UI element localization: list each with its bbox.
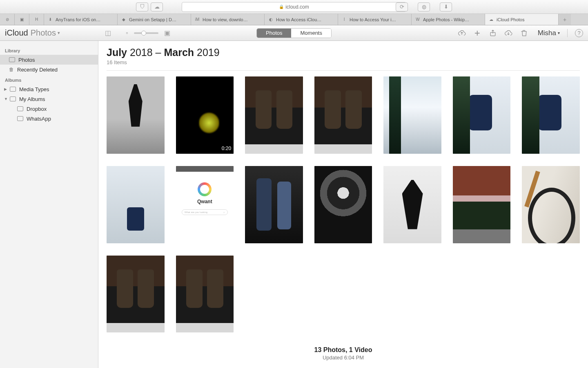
reader-button[interactable]: ◍ [418, 2, 430, 11]
cloud-button[interactable]: ☁ [151, 2, 163, 11]
favicon: l [341, 17, 347, 22]
photo-thumbnail[interactable] [314, 76, 372, 154]
photo-thumbnail[interactable] [107, 256, 165, 333]
browser-tab[interactable]: iMHow to view, downlo… [191, 14, 265, 25]
app-title[interactable]: iCloud Photos ▾ [5, 28, 60, 38]
zoom-slider[interactable] [134, 32, 158, 34]
favicon: iM [194, 17, 200, 22]
album-icon [17, 106, 23, 111]
album-icon [17, 116, 23, 121]
footer-updated: Updated 6:04 PM [107, 355, 580, 361]
sidebar-item-media-types[interactable]: ▶ Media Types [0, 84, 98, 94]
tab-label: AnyTrans for iOS on… [56, 17, 100, 22]
item-count: 16 Items [107, 59, 580, 65]
photo-thumbnail[interactable] [314, 166, 372, 243]
section-dropdown: Photos ▾ [31, 28, 60, 38]
browser-tab[interactable]: WApple Photos - Wikip… [412, 14, 485, 25]
chevron-down-icon: ▾ [558, 31, 560, 35]
favicon: ⬇ [47, 17, 53, 22]
view-segmented: Photos Moments [256, 28, 332, 38]
favicon: ⊘ [4, 17, 10, 22]
video-duration-badge: 0:20 [222, 146, 231, 151]
browser-tab[interactable]: ☁iCloud Photos [485, 14, 559, 25]
browser-tab[interactable]: ⊘ [0, 14, 15, 25]
sidebar-group-library: Library [0, 47, 98, 55]
tab-label: iCloud Photos [497, 17, 525, 22]
user-menu[interactable]: Misha ▾ [538, 29, 560, 37]
app-toolbar: iCloud Photos ▾ ◫ ▫ ▣ Photos Moments + M… [0, 25, 588, 41]
disclosure-icon[interactable]: ▼ [4, 97, 7, 101]
tab-strip: ⊘▣H⬇AnyTrans for iOS on…◆Gemini on Setap… [0, 14, 588, 25]
favicon: W [415, 17, 421, 22]
sidebar-item-my-albums[interactable]: ▼ My Albums [0, 94, 98, 104]
photo-thumbnail[interactable] [383, 166, 441, 243]
browser-tab[interactable]: ◐How to Access iClou… [265, 14, 338, 25]
reload-button[interactable]: ⟳ [396, 2, 408, 11]
favicon: ◆ [121, 17, 127, 22]
trash-icon[interactable] [520, 29, 528, 37]
download-icon[interactable] [504, 29, 512, 37]
tab-label: Apple Photos - Wikip… [423, 17, 469, 22]
footer-summary: 13 Photos, 1 Video [107, 346, 580, 354]
photo-thumbnail[interactable] [245, 166, 303, 243]
lock-icon: 🔒 [279, 4, 284, 9]
photo-thumbnail[interactable]: QwantWhat are you looking⌕ [176, 166, 234, 243]
photo-thumbnail[interactable] [383, 76, 441, 154]
photos-icon [9, 57, 15, 62]
tab-label: Gemini on Setapp | D… [129, 17, 176, 22]
tab-label: How to Access Your i… [350, 17, 396, 22]
browser-toolbar: ⛉ ☁ 🔒 icloud.com ⟳ ◍ ⬇ [0, 0, 588, 14]
tab-label: How to Access iClou… [276, 17, 321, 22]
sidebar-group-albums: Albums [0, 76, 98, 84]
photo-thumbnail[interactable] [453, 76, 511, 154]
thumbnail-grid: 0:20QwantWhat are you looking⌕ [107, 76, 580, 332]
share-icon[interactable] [489, 29, 497, 37]
sidebar: Library Photos 🗑 Recently Deleted Albums… [0, 41, 98, 368]
favicon: ▣ [19, 17, 25, 22]
browser-tab[interactable]: H [29, 14, 44, 25]
browser-tab[interactable]: ◆Gemini on Setapp | D… [118, 14, 191, 25]
sidebar-item-album[interactable]: WhatsApp [0, 114, 98, 123]
url-field[interactable]: 🔒 icloud.com [182, 2, 406, 12]
photo-thumbnail[interactable] [107, 76, 165, 154]
help-icon[interactable]: ? [575, 29, 583, 37]
favicon: H [34, 17, 40, 22]
browser-tab[interactable]: ⬇AnyTrans for iOS on… [44, 14, 118, 25]
disclosure-icon[interactable]: ▶ [4, 87, 7, 91]
segment-moments[interactable]: Moments [292, 29, 331, 38]
photo-thumbnail[interactable] [522, 76, 580, 154]
sidebar-item-photos[interactable]: Photos [0, 55, 98, 65]
divider [107, 70, 580, 71]
tab-label: How to view, downlo… [203, 17, 248, 22]
zoom-out-icon[interactable]: ▫ [126, 29, 128, 37]
photo-grid-area: July 2018 – March 2019 16 Items 0:20Qwan… [98, 41, 588, 368]
photo-thumbnail[interactable] [245, 76, 303, 154]
album-icon [10, 96, 16, 101]
upload-icon[interactable] [458, 29, 466, 37]
zoom-in-icon[interactable]: ▣ [164, 29, 170, 37]
favicon: ◐ [268, 17, 274, 22]
sidebar-item-album[interactable]: Dropbox [0, 104, 98, 114]
date-range-heading: July 2018 – March 2019 [107, 47, 580, 58]
add-icon[interactable]: + [473, 29, 481, 37]
downloads-button[interactable]: ⬇ [440, 2, 452, 11]
photo-thumbnail[interactable] [176, 256, 234, 333]
album-icon [10, 87, 16, 92]
segment-photos[interactable]: Photos [257, 29, 291, 38]
photo-thumbnail[interactable] [522, 166, 580, 243]
browser-tab[interactable]: lHow to Access Your i… [338, 14, 412, 25]
browser-tab[interactable]: ▣ [15, 14, 29, 25]
chevron-down-icon: ▾ [58, 30, 60, 36]
photo-thumbnail[interactable] [453, 166, 511, 243]
trash-icon: 🗑 [9, 67, 14, 72]
favicon: ☁ [488, 17, 494, 22]
url-host: icloud.com [285, 4, 309, 10]
photo-thumbnail[interactable]: 0:20 [176, 76, 234, 154]
toolbar-button[interactable]: ⛉ [136, 2, 148, 11]
sidebar-item-recently-deleted[interactable]: 🗑 Recently Deleted [0, 65, 98, 74]
photo-thumbnail[interactable] [107, 166, 165, 243]
brand-label: iCloud [5, 28, 28, 38]
new-tab-button[interactable]: + [559, 14, 571, 25]
sidebar-toggle-icon[interactable]: ◫ [105, 29, 111, 37]
divider [567, 29, 568, 37]
